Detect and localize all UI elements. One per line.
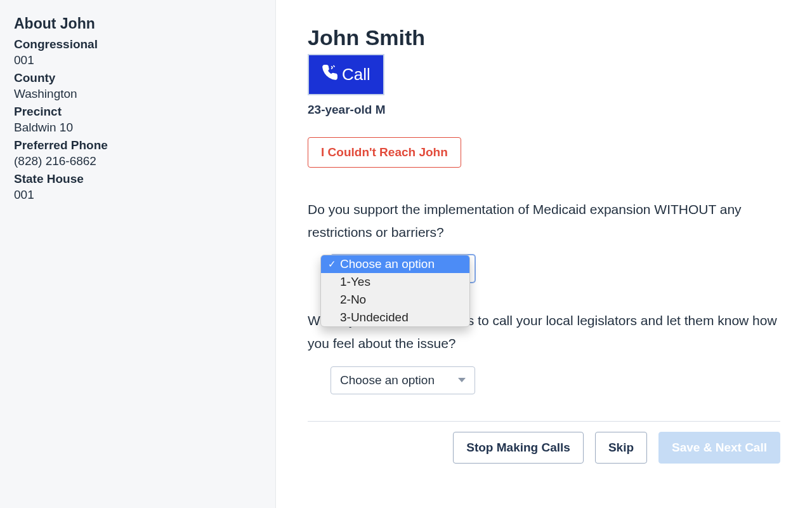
footer-divider: [308, 421, 780, 422]
field-value: 001: [14, 53, 261, 67]
check-icon: ✓: [326, 258, 337, 270]
dropdown-option-yes[interactable]: 1-Yes: [321, 273, 469, 291]
field-label: Congressional: [14, 37, 261, 51]
couldnt-reach-button[interactable]: I Couldn't Reach John: [308, 137, 461, 168]
question-2-select-value: Choose an option: [340, 373, 435, 387]
phone-icon: [322, 64, 338, 85]
dropdown-option-label: Choose an option: [340, 257, 435, 271]
dropdown-option-label: 1-Yes: [340, 275, 370, 289]
stop-making-calls-button[interactable]: Stop Making Calls: [453, 432, 584, 464]
field-label: Preferred Phone: [14, 138, 261, 152]
person-name: John Smith: [308, 25, 780, 50]
question-2-select[interactable]: Choose an option: [331, 366, 475, 394]
footer-buttons: Stop Making Calls Skip Save & Next Call: [308, 432, 780, 464]
call-button[interactable]: Call: [308, 54, 384, 95]
dropdown-option-label: 3-Undecided: [340, 311, 409, 324]
field-value: Baldwin 10: [14, 121, 261, 135]
field-label: State House: [14, 172, 261, 186]
save-next-call-button[interactable]: Save & Next Call: [658, 432, 780, 464]
chevron-down-icon: [458, 378, 466, 382]
call-button-label: Call: [342, 65, 370, 84]
field-state-house: State House 001: [14, 172, 261, 202]
field-precinct: Precinct Baldwin 10: [14, 105, 261, 135]
dropdown-option-undecided[interactable]: 3-Undecided: [321, 309, 469, 326]
field-preferred-phone: Preferred Phone (828) 216-6862: [14, 138, 261, 168]
field-congressional: Congressional 001: [14, 37, 261, 67]
field-county: County Washington: [14, 71, 261, 101]
sidebar-title: About John: [14, 15, 261, 32]
field-value: (828) 216-6862: [14, 154, 261, 168]
dropdown-option-no[interactable]: 2-No: [321, 291, 469, 309]
demographic-line: 23-year-old M: [308, 103, 780, 117]
question-1-dropdown: ✓ Choose an option 1-Yes 2-No 3-Undecide…: [320, 255, 470, 327]
question-2-select-wrap: Choose an option: [331, 366, 780, 394]
main-panel: John Smith Call 23-year-old M I Couldn't…: [276, 0, 812, 508]
sidebar: About John Congressional 001 County Wash…: [0, 0, 276, 508]
field-label: County: [14, 71, 261, 85]
skip-button[interactable]: Skip: [595, 432, 647, 464]
field-value: Washington: [14, 87, 261, 101]
field-value: 001: [14, 188, 261, 202]
question-1-select-wrap: Choose an option ✓ Choose an option 1-Ye…: [331, 255, 780, 283]
dropdown-option-label: 2-No: [340, 293, 366, 307]
question-1-text: Do you support the implementation of Med…: [308, 198, 780, 243]
field-label: Precinct: [14, 105, 261, 119]
dropdown-option-choose[interactable]: ✓ Choose an option: [321, 255, 469, 273]
